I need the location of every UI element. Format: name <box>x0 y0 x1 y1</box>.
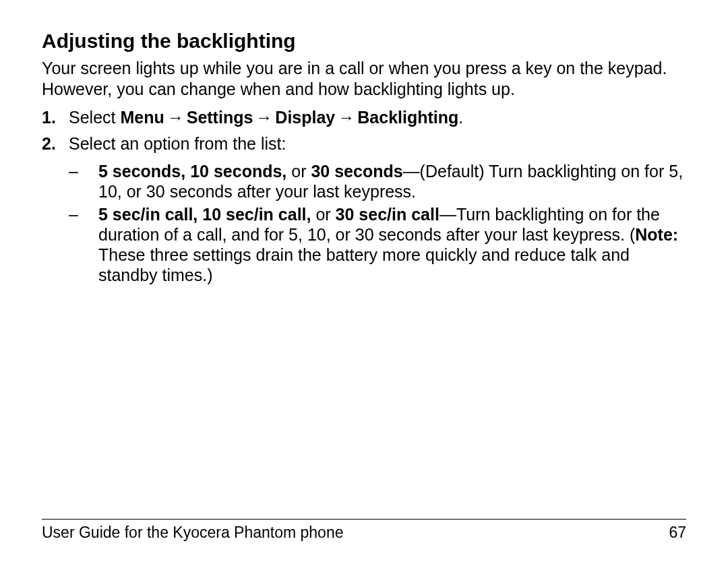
option-body: 5 seconds, 10 seconds, or 30 seconds—(De… <box>98 161 686 201</box>
step-body: Select an option from the list: – 5 seco… <box>69 133 686 288</box>
option-body: 5 sec/in call, 10 sec/in call, or 30 sec… <box>98 204 686 285</box>
option-text: or <box>286 162 311 181</box>
option-label: 30 seconds <box>311 162 402 181</box>
dash-icon: – <box>69 204 98 285</box>
step-text: Select an option from the list: <box>69 134 286 153</box>
option-label: 5 sec/in call, 10 sec/in call, <box>98 205 311 224</box>
option-text: or <box>311 205 335 224</box>
option-label: 5 seconds, 10 seconds, <box>98 162 286 181</box>
menu-path-settings: Settings <box>187 108 253 127</box>
options-list: – 5 seconds, 10 seconds, or 30 seconds—(… <box>69 161 686 285</box>
step-item: 1. Select Menu→Settings→Display→Backligh… <box>42 106 686 129</box>
menu-path-display: Display <box>275 108 335 127</box>
arrow-icon: → <box>255 106 272 129</box>
note-label: Note: <box>635 225 678 244</box>
option-text: These three settings drain the battery m… <box>98 245 630 284</box>
intro-paragraph: Your screen lights up while you are in a… <box>42 58 686 100</box>
step-text: . <box>458 108 463 127</box>
footer-row: User Guide for the Kyocera Phantom phone… <box>42 524 686 542</box>
section-heading: Adjusting the backlighting <box>42 28 686 54</box>
footer-rule <box>42 519 686 520</box>
step-marker: 2. <box>42 133 69 288</box>
step-marker: 1. <box>42 106 69 129</box>
step-text: Select <box>69 108 120 127</box>
page-footer: User Guide for the Kyocera Phantom phone… <box>42 519 686 542</box>
document-page: Adjusting the backlighting Your screen l… <box>0 0 728 562</box>
option-label: 30 sec/in call <box>336 205 439 224</box>
step-body: Select Menu→Settings→Display→Backlightin… <box>69 106 686 129</box>
step-item: 2. Select an option from the list: – 5 s… <box>42 133 686 288</box>
list-item: – 5 seconds, 10 seconds, or 30 seconds—(… <box>69 161 686 201</box>
menu-path-menu: Menu <box>120 108 164 127</box>
list-item: – 5 sec/in call, 10 sec/in call, or 30 s… <box>69 204 686 285</box>
footer-title: User Guide for the Kyocera Phantom phone <box>42 524 343 542</box>
dash-icon: – <box>69 161 98 201</box>
menu-path-backlighting: Backlighting <box>357 108 458 127</box>
arrow-icon: → <box>338 106 355 129</box>
steps-list: 1. Select Menu→Settings→Display→Backligh… <box>42 106 686 288</box>
footer-page-number: 67 <box>669 524 686 542</box>
arrow-icon: → <box>167 106 184 129</box>
